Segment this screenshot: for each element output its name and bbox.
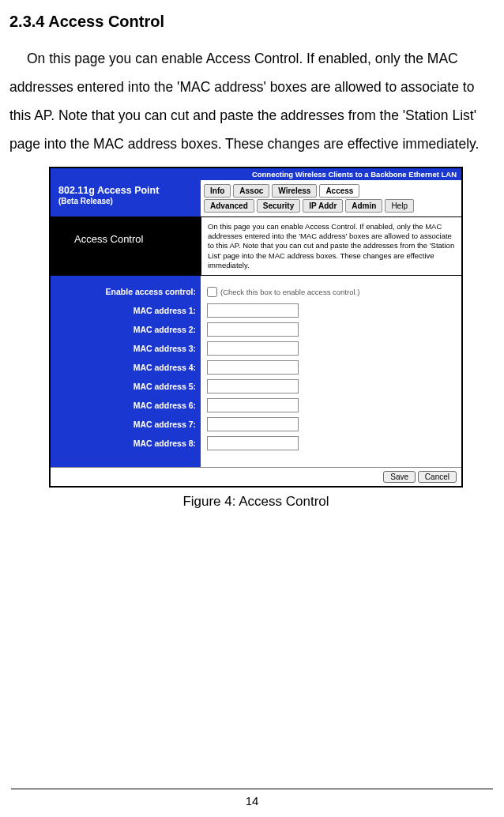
mac-input-5[interactable] <box>207 379 299 393</box>
section-title: Access Control <box>51 217 201 276</box>
mac-input-4[interactable] <box>207 360 299 375</box>
label-mac8: MAC address 8: <box>55 434 196 453</box>
tab-security[interactable]: Security <box>257 199 300 213</box>
ap-title: 802.11g Access Point <box>58 185 194 198</box>
top-banner: Connecting Wireless Clients to a Backbon… <box>51 168 461 180</box>
label-mac6: MAC address 6: <box>55 396 196 415</box>
form-labels-column: Enable access control: MAC address 1: MA… <box>51 276 201 467</box>
page-number: 14 <box>246 794 259 808</box>
tab-ipaddr[interactable]: IP Addr <box>303 199 343 213</box>
enable-hint: (Check this box to enable access control… <box>220 288 359 296</box>
label-mac2: MAC address 2: <box>55 320 196 339</box>
mac-input-8[interactable] <box>207 436 299 450</box>
enable-checkbox[interactable] <box>207 287 217 297</box>
label-mac1: MAC address 1: <box>55 301 196 320</box>
tab-info[interactable]: Info <box>204 184 231 198</box>
intro-paragraph: On this page you can enable Access Contr… <box>9 45 495 159</box>
label-mac5: MAC address 5: <box>55 377 196 396</box>
mac-input-1[interactable] <box>207 303 299 318</box>
beta-label: (Beta Release) <box>58 197 194 205</box>
mac-input-6[interactable] <box>207 398 299 412</box>
ap-config-window: Connecting Wireless Clients to a Backbon… <box>49 167 463 488</box>
tab-assoc[interactable]: Assoc <box>233 184 269 198</box>
cancel-button[interactable]: Cancel <box>418 471 457 483</box>
section-heading: 2.3.4 Access Control <box>9 13 495 31</box>
header-title-area: 802.11g Access Point (Beta Release) <box>51 180 201 216</box>
page-footer: 14 <box>11 789 493 808</box>
mac-input-2[interactable] <box>207 322 299 337</box>
tab-help[interactable]: Help <box>385 199 414 213</box>
label-mac3: MAC address 3: <box>55 339 196 358</box>
figure-caption: Figure 4: Access Control <box>49 494 463 510</box>
label-enable: Enable access control: <box>55 282 196 301</box>
tab-advanced[interactable]: Advanced <box>204 199 254 213</box>
tab-access[interactable]: Access <box>319 184 359 198</box>
label-mac7: MAC address 7: <box>55 415 196 434</box>
tab-admin[interactable]: Admin <box>345 199 382 213</box>
save-button[interactable]: Save <box>383 471 416 483</box>
form-inputs-column: (Check this box to enable access control… <box>201 276 461 467</box>
mac-input-7[interactable] <box>207 417 299 431</box>
tab-wireless[interactable]: Wireless <box>272 184 317 198</box>
mac-input-3[interactable] <box>207 341 299 356</box>
section-description: On this page you can enable Access Contr… <box>201 217 461 276</box>
label-mac4: MAC address 4: <box>55 358 196 377</box>
